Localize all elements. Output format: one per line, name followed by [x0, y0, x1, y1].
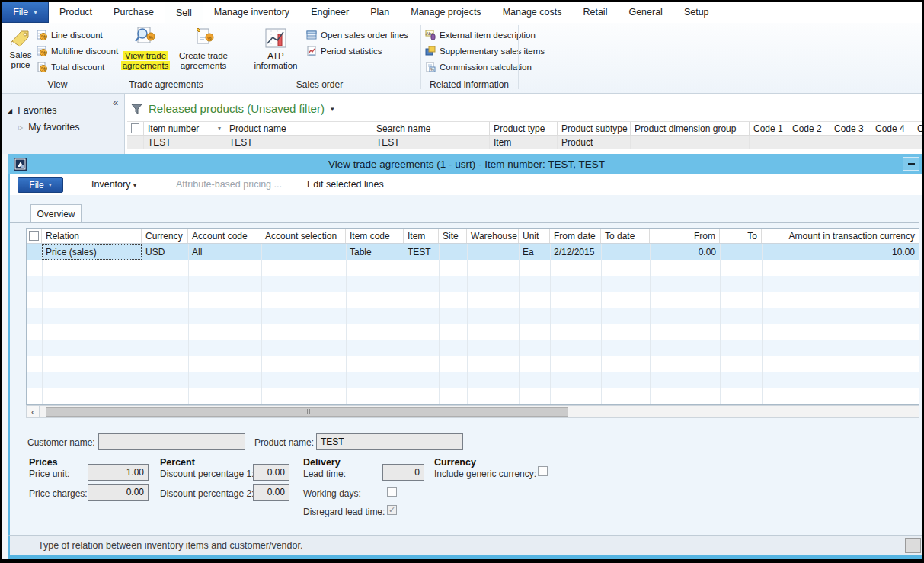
select-all-checkbox[interactable] — [127, 122, 144, 135]
checkbox-icon[interactable] — [29, 231, 39, 241]
cell-currency[interactable]: USD — [142, 244, 188, 260]
price-charges-field[interactable]: 0.00 — [88, 484, 149, 501]
cell-site[interactable] — [439, 244, 467, 260]
column-header-product-type[interactable]: Product type — [490, 122, 558, 135]
trade-agreement-row-selected[interactable]: Price (sales) USD All Table TEST Ea 2/12… — [27, 244, 919, 260]
empty-grid-row[interactable] — [27, 372, 919, 388]
minimize-button[interactable] — [903, 157, 919, 171]
column-header-code-4[interactable]: Code 4 — [871, 122, 913, 135]
dialog-file-menu[interactable]: File ▾ — [18, 177, 63, 193]
cell-account-selection[interactable] — [261, 244, 346, 260]
empty-grid-row[interactable] — [27, 324, 919, 340]
open-sales-order-lines-button[interactable]: Open sales order lines — [306, 30, 408, 40]
period-statistics-button[interactable]: Period statistics — [306, 46, 382, 56]
working-days-checkbox[interactable] — [387, 487, 397, 497]
sidebar-item-my-favorites[interactable]: ▷ My favorites — [18, 122, 80, 133]
cell-code-2[interactable] — [788, 136, 830, 149]
column-header-from-date[interactable]: From date — [550, 229, 601, 243]
tab-overview[interactable]: Overview — [30, 204, 82, 223]
commission-calculation-button[interactable]: % Commission calculation — [425, 62, 532, 72]
cell-unit[interactable]: Ea — [519, 244, 550, 260]
empty-grid-row[interactable] — [27, 260, 919, 276]
cell-item-number[interactable]: TEST — [144, 136, 225, 149]
column-header-code-3[interactable]: Code 3 — [830, 122, 871, 135]
column-header-search-name[interactable]: Search name — [372, 122, 490, 135]
scrollbar-thumb[interactable] — [46, 407, 568, 417]
column-header-product-name[interactable]: Product name — [225, 122, 372, 135]
column-header-item-number[interactable]: Item number ▾ — [144, 122, 225, 135]
disregard-lead-time-checkbox[interactable]: ✓ — [387, 505, 397, 515]
cell-code-3[interactable] — [830, 136, 871, 149]
external-item-description-button[interactable]: Abc External item description — [425, 30, 536, 40]
column-header-from[interactable]: From — [650, 229, 720, 243]
column-header-account-code[interactable]: Account code — [188, 229, 261, 243]
total-discount-button[interactable]: % Total discount — [37, 62, 104, 72]
horizontal-scrollbar[interactable]: ‹ — [26, 405, 919, 418]
sales-price-button[interactable]: Sales price — [4, 27, 37, 70]
tab-setup[interactable]: Setup — [673, 2, 720, 23]
sidebar-item-favorites[interactable]: ◢ Favorites — [8, 105, 57, 116]
column-header-code-1[interactable]: Code 1 — [750, 122, 788, 135]
tab-manage-costs[interactable]: Manage costs — [492, 2, 573, 23]
atp-information-button[interactable]: ATP information — [249, 27, 302, 71]
empty-grid-row[interactable] — [27, 388, 919, 404]
tab-purchase[interactable]: Purchase — [103, 2, 165, 23]
tree-expanded-icon[interactable]: ◢ — [8, 107, 12, 114]
cell-code-4[interactable] — [871, 136, 913, 149]
column-header-account-selection[interactable]: Account selection — [261, 229, 346, 243]
column-header-product-dimension-group[interactable]: Product dimension group — [631, 122, 750, 135]
tab-general[interactable]: General — [618, 2, 673, 23]
customer-name-field[interactable] — [98, 433, 245, 450]
column-header-cut-off[interactable]: C — [913, 122, 924, 135]
empty-grid-row[interactable] — [27, 276, 919, 292]
scroll-left-button[interactable]: ‹ — [27, 406, 40, 417]
column-header-to-date[interactable]: To date — [601, 229, 650, 243]
cell-item-code[interactable]: Table — [346, 244, 404, 260]
line-discount-button[interactable]: % Line discount — [37, 30, 103, 40]
column-header-to[interactable]: To — [720, 229, 762, 243]
tab-manage-inventory[interactable]: Manage inventory — [203, 2, 300, 23]
dialog-inventory-menu[interactable]: Inventory ▾ — [91, 179, 136, 190]
column-header-amount[interactable]: Amount in transaction currency — [762, 229, 919, 243]
column-header-item-code[interactable]: Item code — [346, 229, 404, 243]
discount-percentage-2-field[interactable]: 0.00 — [253, 484, 289, 501]
checkbox-icon[interactable] — [131, 123, 139, 133]
dialog-title-bar[interactable]: View trade agreements (1 - usrt) - Item … — [8, 154, 924, 174]
column-header-warehouse[interactable]: Warehouse — [467, 229, 519, 243]
dialog-edit-selected-lines-menu[interactable]: Edit selected lines — [307, 179, 384, 190]
product-name-field[interactable]: TEST — [316, 433, 463, 450]
supplementary-sales-items-button[interactable]: Supplementary sales items — [425, 46, 545, 56]
caret-down-icon[interactable]: ▾ — [331, 105, 334, 113]
column-header-item[interactable]: Item — [404, 229, 439, 243]
discount-percentage-1-field[interactable]: 0.00 — [253, 464, 289, 481]
released-products-row[interactable]: TEST TEST TEST Item Product — [127, 136, 924, 149]
empty-grid-row[interactable] — [27, 356, 919, 372]
view-trade-agreements-button[interactable]: % View trade agreements — [117, 27, 174, 71]
cell-from[interactable]: 0.00 — [650, 244, 720, 260]
ribbon-file-tab[interactable]: File ▾ — [2, 2, 49, 23]
cell-product-type[interactable]: Item — [490, 136, 558, 149]
select-all-checkbox[interactable] — [27, 229, 42, 243]
column-header-unit[interactable]: Unit — [519, 229, 550, 243]
status-resize-grip[interactable] — [905, 538, 921, 553]
column-header-site[interactable]: Site — [439, 229, 467, 243]
cell-amount[interactable]: 10.00 — [762, 244, 919, 260]
released-products-header[interactable]: Released products (Unsaved filter) ▾ — [131, 102, 334, 115]
cell-product-dimension-group[interactable] — [631, 136, 750, 149]
row-checkbox[interactable] — [27, 244, 42, 260]
tab-retail[interactable]: Retail — [572, 2, 618, 23]
empty-grid-row[interactable] — [27, 308, 919, 324]
cell-product-subtype[interactable]: Product — [558, 136, 631, 149]
tab-manage-projects[interactable]: Manage projects — [400, 2, 491, 23]
cell-warehouse[interactable] — [467, 244, 519, 260]
column-header-code-2[interactable]: Code 2 — [788, 122, 830, 135]
tree-collapsed-icon[interactable]: ▷ — [18, 124, 23, 131]
tab-sell[interactable]: Sell — [165, 2, 203, 23]
cell-item[interactable]: TEST — [404, 244, 439, 260]
tab-engineer[interactable]: Engineer — [300, 2, 360, 23]
lead-time-field[interactable]: 0 — [382, 464, 424, 481]
multiline-discount-button[interactable]: % Multiline discount — [37, 46, 118, 56]
tab-plan[interactable]: Plan — [360, 2, 400, 23]
sidebar-collapse-icon[interactable]: « — [113, 97, 118, 108]
empty-grid-row[interactable] — [27, 292, 919, 308]
